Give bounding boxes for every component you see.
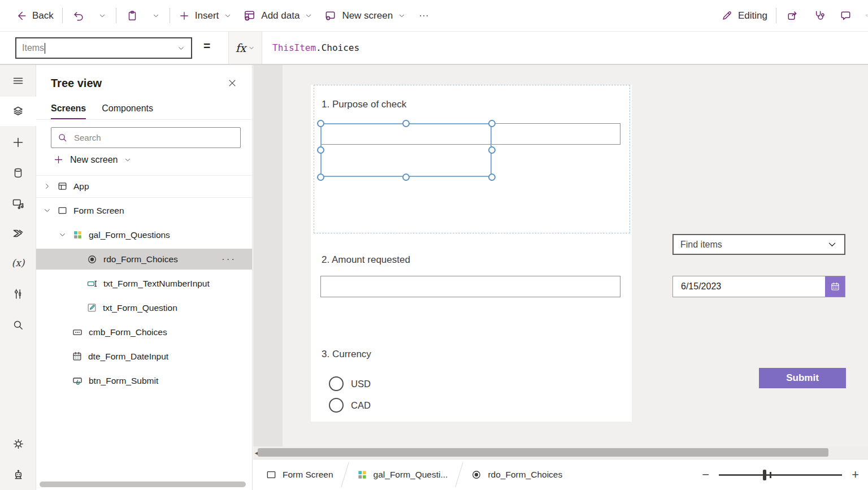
app-icon [57, 181, 68, 192]
chevron-down-icon [43, 206, 51, 215]
back-button[interactable]: Back [9, 6, 59, 25]
selection-handle-s[interactable] [402, 174, 410, 181]
selection-handle-nw[interactable] [317, 120, 324, 127]
back-arrow-icon [15, 10, 27, 22]
rail-item-search[interactable] [0, 310, 36, 340]
tree-item-combobox[interactable]: cmb_Form_Choices [36, 322, 252, 342]
selection-handle-e[interactable] [488, 146, 496, 154]
zoom-in-button[interactable]: + [852, 469, 859, 481]
text-input-icon [86, 278, 98, 289]
breadcrumb-form-screen[interactable]: Form Screen [266, 469, 333, 480]
menu-button[interactable] [0, 66, 36, 96]
rail-item-data[interactable] [0, 158, 36, 188]
calendar-picker-button[interactable] [825, 276, 845, 297]
rail-item-media[interactable] [0, 189, 36, 218]
breadcrumb-separator [455, 462, 463, 487]
insert-button[interactable]: Insert [173, 7, 238, 25]
paste-button[interactable] [119, 6, 145, 25]
more-commands-button[interactable] [411, 7, 436, 25]
text-cursor [45, 43, 45, 54]
paste-menu-button[interactable] [145, 8, 167, 23]
calendar-icon [830, 281, 840, 292]
share-button[interactable] [779, 6, 806, 25]
question3-label[interactable]: 3. Currency [322, 349, 371, 360]
pencil-box-icon [86, 302, 97, 313]
add-data-button[interactable]: Add data [237, 6, 318, 25]
question2-text-input[interactable] [320, 276, 620, 297]
tree-item-text-number-input[interactable]: txt_Form_TextNumberInput [36, 273, 252, 294]
clipboard-icon [126, 10, 138, 22]
undo-button[interactable] [66, 6, 92, 25]
chevron-down-icon [152, 12, 160, 20]
rail-item-power-automate[interactable] [0, 219, 36, 248]
close-panel-button[interactable] [227, 78, 237, 88]
question2-label[interactable]: 2. Amount requested [322, 254, 410, 266]
preview-button[interactable] [859, 6, 868, 25]
tree-item-gallery[interactable]: gal_Form_Questions [36, 224, 252, 245]
selection-handle-n[interactable] [402, 120, 410, 127]
question1-label[interactable]: 1. Purpose of check [322, 99, 406, 110]
rail-item-virtual-agent[interactable] [0, 460, 36, 489]
tree-item-question-label[interactable]: txt_Form_Question [36, 297, 252, 318]
radio-option-cad[interactable]: CAD [329, 398, 371, 413]
new-screen-tree-button[interactable]: New screen [53, 154, 132, 165]
rail-item-advanced-tools[interactable] [0, 280, 36, 309]
selection-handle-se[interactable] [488, 174, 496, 181]
selected-radio-control[interactable] [320, 123, 492, 177]
rail-item-settings[interactable] [0, 429, 36, 458]
selection-handle-w[interactable] [317, 146, 324, 154]
radio-option-usd[interactable]: USD [329, 376, 371, 391]
plus-icon [53, 154, 64, 165]
top-toolbar: Back Insert Add [0, 0, 868, 32]
undo-icon [72, 10, 85, 22]
radio-circle[interactable] [329, 376, 344, 391]
calendar-icon [72, 351, 83, 362]
combobox-icon [72, 327, 83, 338]
tree-item-date-input[interactable]: dte_Form_DateInput [36, 346, 252, 367]
selection-handle-sw[interactable] [317, 174, 324, 181]
tree-item-app[interactable]: App [36, 176, 252, 197]
date-picker-field[interactable]: 6/15/2023 [672, 276, 845, 297]
tree-item-submit-button[interactable]: btn_Form_Submit [36, 370, 252, 391]
formula-input[interactable]: ThisItem.Choices [272, 32, 868, 64]
scrollbar-thumb[interactable] [258, 448, 828, 457]
fx-selector[interactable]: fx [228, 32, 262, 64]
stethoscope-icon [813, 9, 826, 22]
comments-button[interactable] [832, 6, 859, 25]
rail-item-tree-view[interactable] [0, 97, 36, 126]
editing-mode-button[interactable]: Editing [715, 6, 773, 25]
tree-search-box[interactable] [51, 127, 241, 148]
tab-screens[interactable]: Screens [51, 103, 86, 120]
share-icon [786, 9, 799, 22]
insert-label: Insert [195, 10, 219, 21]
property-selector[interactable]: Items [15, 37, 192, 59]
breadcrumb-gallery[interactable]: gal_Form_Questi... [357, 469, 448, 480]
tree-item-radio-choices[interactable]: rdo_Form_Choices ··· [36, 249, 252, 270]
canvas-area: 1. Purpose of check 2. Amount requested … [253, 65, 868, 446]
zoom-slider-thumb[interactable] [763, 470, 766, 480]
new-screen-button[interactable]: New screen [318, 6, 411, 25]
pencil-icon [721, 10, 733, 22]
rail-item-variables[interactable]: (x) [0, 248, 36, 277]
tab-components[interactable]: Components [102, 103, 153, 120]
tree-item-form-screen[interactable]: Form Screen [36, 200, 252, 221]
property-selector-value: Items [22, 43, 44, 53]
search-icon [57, 132, 68, 143]
app-checker-button[interactable] [806, 6, 832, 25]
ellipsis-icon [418, 10, 429, 21]
undo-menu-button[interactable] [92, 8, 113, 23]
chevron-down-icon [248, 45, 255, 51]
zoom-out-button[interactable]: − [702, 469, 709, 481]
radio-circle[interactable] [329, 398, 344, 413]
rail-item-insert[interactable] [0, 128, 36, 157]
radio-icon [86, 254, 98, 265]
find-items-combobox[interactable]: Find items [672, 234, 845, 255]
more-options-button[interactable]: ··· [222, 254, 252, 265]
submit-button[interactable]: Submit [759, 368, 846, 388]
tree-panel-scrollbar-thumb[interactable] [40, 482, 246, 487]
selection-handle-ne[interactable] [488, 120, 496, 127]
radio-label: CAD [351, 400, 371, 411]
search-input[interactable] [73, 132, 235, 143]
breadcrumb-radio-choices[interactable]: rdo_Form_Choices [471, 469, 562, 480]
tree-item-label: txt_Form_Question [103, 303, 177, 313]
